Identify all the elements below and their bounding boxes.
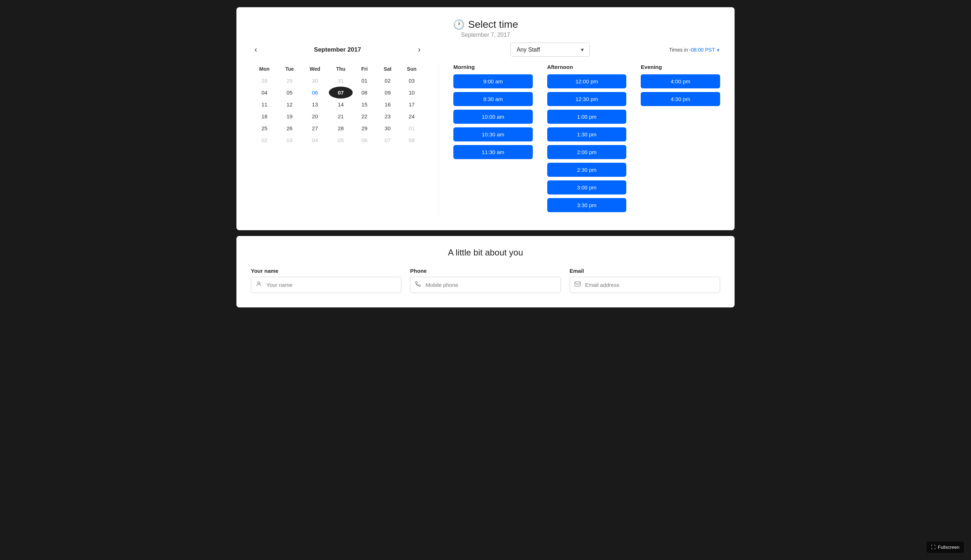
calendar-day-27-4[interactable]: 27 [301,122,329,134]
staff-select[interactable]: Any StaffJohn DoeJane Smith [511,43,590,57]
about-you-card: A little bit about you Your name Phone [237,236,734,307]
time-slot-4-00-pm[interactable]: 4:00 pm [641,74,720,88]
svg-rect-1 [575,282,580,286]
afternoon-header: Afternoon [547,64,627,70]
time-slot-3-30-pm[interactable]: 3:30 pm [547,198,627,212]
evening-slots: 4:00 pm4:30 pm [641,74,720,110]
staff-dropdown[interactable]: Any StaffJohn DoeJane Smith ▼ [511,43,590,57]
calendar-day-24-3[interactable]: 24 [399,110,424,122]
page-title: 🕐 Select time [251,19,720,30]
calendar-day-28-0[interactable]: 28 [251,75,278,87]
calendar-day-14-2[interactable]: 14 [329,98,353,110]
calendar-day-01-0[interactable]: 01 [353,75,376,87]
calendar-day-06-5[interactable]: 06 [353,134,376,146]
email-field-group: Email [570,268,720,293]
calendar-day-09-1[interactable]: 09 [376,87,399,98]
calendar-day-03-0[interactable]: 03 [399,75,424,87]
calendar-day-02-0[interactable]: 02 [376,75,399,87]
afternoon-slots: 12:00 pm12:30 pm1:00 pm1:30 pm2:00 pm2:3… [547,74,627,216]
time-slot-4-30-pm[interactable]: 4:30 pm [641,92,720,106]
calendar-day-30-0[interactable]: 30 [301,75,329,87]
calendar-day-31-0[interactable]: 31 [329,75,353,87]
calendar-day-19-3[interactable]: 19 [278,110,301,122]
time-slot-1-00-pm[interactable]: 1:00 pm [547,110,627,124]
svg-point-0 [258,282,260,284]
time-slot-2-30-pm[interactable]: 2:30 pm [547,163,627,177]
calendar-day-13-2[interactable]: 13 [301,98,329,110]
calendar-times-area: MonTueWedThuFriSatSun 282930310102030405… [251,64,720,216]
calendar-day-10-1[interactable]: 10 [399,87,424,98]
phone-field-group: Phone [410,268,561,293]
phone-input[interactable] [425,277,560,292]
time-slot-2-00-pm[interactable]: 2:00 pm [547,145,627,159]
page-header: 🕐 Select time September 7, 2017 [251,19,720,38]
calendar-section: MonTueWedThuFriSatSun 282930310102030405… [251,64,424,216]
person-icon [251,277,266,293]
calendar-day-08-1[interactable]: 08 [353,87,376,98]
weekday-header-mon: Mon [251,64,278,75]
time-slot-9-30-am[interactable]: 9:30 am [453,92,533,106]
fullscreen-button[interactable]: ⛶ Fullscreen [927,542,964,553]
time-slot-12-00-pm[interactable]: 12:00 pm [547,74,627,88]
morning-column: Morning 9:00 am9:30 am10:00 am10:30 am11… [453,64,533,216]
time-slot-11-30-am[interactable]: 11:30 am [453,145,533,159]
calendar-day-04-5[interactable]: 04 [301,134,329,146]
calendar-day-18-3[interactable]: 18 [251,110,278,122]
calendar-day-16-2[interactable]: 16 [376,98,399,110]
calendar-day-28-4[interactable]: 28 [329,122,353,134]
name-field-group: Your name [251,268,401,293]
timezone-label: Times in -08:00 PST ▼ [669,47,720,53]
section-divider [439,64,439,216]
calendar-day-06-1[interactable]: 06 [301,87,329,98]
time-slot-3-00-pm[interactable]: 3:00 pm [547,180,627,195]
calendar-day-07-1[interactable]: 07 [329,87,353,98]
calendar-grid: MonTueWedThuFriSatSun 282930310102030405… [251,64,424,146]
prev-month-button[interactable]: ‹ [251,44,260,56]
afternoon-column: Afternoon 12:00 pm12:30 pm1:00 pm1:30 pm… [547,64,627,216]
name-input-wrapper [251,277,401,293]
time-slot-10-00-am[interactable]: 10:00 am [453,110,533,124]
time-slot-9-00-am[interactable]: 9:00 am [453,74,533,88]
calendar-day-01-4[interactable]: 01 [399,122,424,134]
next-month-button[interactable]: › [414,44,424,56]
calendar-day-05-5[interactable]: 05 [329,134,353,146]
calendar-day-02-5[interactable]: 02 [251,134,278,146]
weekday-header-tue: Tue [278,64,301,75]
calendar-day-23-3[interactable]: 23 [376,110,399,122]
time-slot-12-30-pm[interactable]: 12:30 pm [547,92,627,106]
time-slot-1-30-pm[interactable]: 1:30 pm [547,127,627,142]
weekday-header-wed: Wed [301,64,329,75]
calendar-day-29-0[interactable]: 29 [278,75,301,87]
calendar-day-15-2[interactable]: 15 [353,98,376,110]
calendar-day-17-2[interactable]: 17 [399,98,424,110]
calendar-day-08-5[interactable]: 08 [399,134,424,146]
weekday-header-thu: Thu [329,64,353,75]
times-section: Morning 9:00 am9:30 am10:00 am10:30 am11… [453,64,720,216]
about-section-title: A little bit about you [251,248,720,258]
name-input[interactable] [266,277,401,292]
evening-column: Evening 4:00 pm4:30 pm [641,64,720,216]
calendar-day-25-4[interactable]: 25 [251,122,278,134]
calendar-day-11-2[interactable]: 11 [251,98,278,110]
calendar-day-22-3[interactable]: 22 [353,110,376,122]
timezone-link[interactable]: -08:00 PST [689,47,715,53]
calendar-day-29-4[interactable]: 29 [353,122,376,134]
page-subtitle: September 7, 2017 [251,32,720,38]
calendar-day-30-4[interactable]: 30 [376,122,399,134]
calendar-day-12-2[interactable]: 12 [278,98,301,110]
time-slot-10-30-am[interactable]: 10:30 am [453,127,533,142]
month-label: September 2017 [314,46,361,53]
select-time-card: 🕐 Select time September 7, 2017 ‹ Septem… [237,7,734,230]
fullscreen-icon: ⛶ [931,545,936,550]
morning-slots: 9:00 am9:30 am10:00 am10:30 am11:30 am [453,74,533,163]
controls-row: ‹ September 2017 › Any StaffJohn DoeJane… [251,43,720,57]
calendar-day-07-5[interactable]: 07 [376,134,399,146]
email-input[interactable] [585,277,720,292]
calendar-day-21-3[interactable]: 21 [329,110,353,122]
calendar-day-26-4[interactable]: 26 [278,122,301,134]
weekday-header-fri: Fri [353,64,376,75]
calendar-day-05-1[interactable]: 05 [278,87,301,98]
calendar-day-20-3[interactable]: 20 [301,110,329,122]
calendar-day-04-1[interactable]: 04 [251,87,278,98]
calendar-day-03-5[interactable]: 03 [278,134,301,146]
